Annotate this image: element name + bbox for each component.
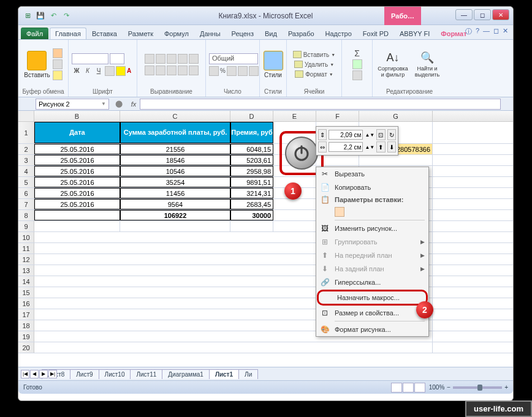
row-header[interactable]: 15 bbox=[18, 287, 34, 298]
cell[interactable]: 9564 bbox=[120, 199, 230, 209]
cell[interactable] bbox=[34, 221, 120, 231]
shape-width-input[interactable] bbox=[329, 142, 363, 152]
row-header[interactable]: 6 bbox=[18, 188, 34, 198]
percent-icon[interactable]: % bbox=[220, 67, 226, 74]
table-header[interactable]: Премия, руб bbox=[230, 122, 273, 143]
font-color-button[interactable]: A bbox=[127, 67, 131, 74]
mdi-close-icon[interactable]: ✕ bbox=[503, 27, 508, 36]
tab-file[interactable]: Файл bbox=[21, 28, 48, 39]
tab-formulas[interactable]: Формул bbox=[159, 28, 194, 39]
align-bottom-icon[interactable] bbox=[167, 54, 177, 64]
tab-layout[interactable]: Разметк bbox=[123, 28, 159, 39]
bring-forward-icon[interactable]: ⬆ bbox=[376, 141, 385, 152]
cell[interactable]: 6048,15 bbox=[230, 144, 273, 154]
autosum-icon[interactable]: Σ bbox=[354, 48, 360, 58]
spinner-icon[interactable]: ▲▼ bbox=[365, 132, 374, 138]
row-header[interactable]: 17 bbox=[18, 309, 34, 320]
send-backward-icon[interactable]: ⬇ bbox=[387, 141, 396, 152]
cell[interactable] bbox=[120, 221, 230, 231]
number-format-select[interactable]: Общий bbox=[209, 53, 258, 64]
row-header[interactable]: 3 bbox=[18, 155, 34, 165]
cell[interactable]: 25.05.2016 bbox=[34, 199, 120, 209]
view-pagebreak-icon[interactable] bbox=[414, 383, 425, 393]
cells-format-button[interactable]: Формат ▼ bbox=[295, 70, 333, 78]
align-middle-icon[interactable] bbox=[156, 54, 165, 64]
cell[interactable]: 25.05.2016 bbox=[34, 155, 120, 165]
cell[interactable]: 9891,51 bbox=[230, 177, 273, 187]
row-header[interactable]: 2 bbox=[18, 144, 34, 154]
italic-button[interactable]: К bbox=[83, 67, 93, 74]
cell[interactable]: 11456 bbox=[120, 188, 230, 198]
spinner-icon[interactable]: ▲▼ bbox=[365, 145, 374, 150]
cell[interactable] bbox=[273, 221, 316, 231]
col-header-b[interactable]: B bbox=[34, 111, 120, 121]
maximize-button[interactable]: ◻ bbox=[474, 9, 491, 20]
cut-icon[interactable] bbox=[53, 48, 63, 58]
find-select-button[interactable]: 🔍Найти и выделить bbox=[412, 51, 443, 78]
ctx-paste-option[interactable] bbox=[316, 205, 428, 219]
underline-button[interactable]: Ч bbox=[94, 67, 104, 74]
row-header[interactable]: 16 bbox=[18, 298, 34, 309]
undo-icon[interactable]: ↶ bbox=[48, 10, 59, 21]
sheet-tab[interactable]: Лист10 bbox=[99, 369, 131, 379]
view-layout-icon[interactable] bbox=[403, 383, 414, 393]
sort-filter-button[interactable]: A↓Сортировка и фильтр bbox=[376, 51, 409, 78]
font-size-select[interactable] bbox=[110, 53, 124, 64]
font-name-select[interactable] bbox=[72, 53, 108, 64]
fill-color-button[interactable] bbox=[116, 66, 126, 76]
save-icon[interactable]: 💾 bbox=[35, 10, 46, 21]
align-top-icon[interactable] bbox=[145, 54, 154, 64]
tab-addins[interactable]: Надстро bbox=[320, 28, 357, 39]
cell[interactable] bbox=[359, 155, 433, 165]
table-header[interactable]: Сумма заработной платы, руб. bbox=[120, 122, 230, 143]
ctx-cut[interactable]: ✂Вырезать bbox=[316, 167, 428, 181]
row-header[interactable]: 12 bbox=[18, 254, 34, 265]
col-header-e[interactable]: E bbox=[273, 111, 316, 121]
paste-button[interactable]: Вставить bbox=[24, 51, 50, 78]
ctx-size-properties[interactable]: ⊡Размер и свойства... bbox=[316, 306, 428, 320]
cell[interactable] bbox=[273, 199, 316, 209]
cell[interactable] bbox=[230, 221, 273, 231]
cell[interactable]: 25.05.2016 bbox=[34, 177, 120, 187]
cell[interactable]: 2683,45 bbox=[230, 199, 273, 209]
minimize-button[interactable]: — bbox=[455, 9, 473, 20]
cell[interactable]: 3214,31 bbox=[230, 188, 273, 198]
styles-button[interactable]: Стили bbox=[264, 51, 283, 78]
align-right-icon[interactable] bbox=[167, 66, 177, 75]
cell[interactable]: 18546 bbox=[120, 155, 230, 165]
merge-icon[interactable] bbox=[189, 66, 199, 75]
zoom-in-button[interactable]: + bbox=[504, 384, 508, 391]
crop-icon[interactable]: ⊡ bbox=[376, 129, 385, 140]
row-header[interactable]: 14 bbox=[18, 276, 34, 287]
col-header-d[interactable]: D bbox=[230, 111, 273, 121]
format-painter-icon[interactable] bbox=[53, 70, 63, 80]
mdi-restore-icon[interactable]: ◻ bbox=[493, 27, 499, 36]
sheet-nav-last-icon[interactable]: ▶| bbox=[48, 370, 57, 378]
tab-insert[interactable]: Вставка bbox=[86, 28, 123, 39]
redo-icon[interactable]: ↷ bbox=[61, 10, 72, 21]
shape-height-input[interactable] bbox=[329, 130, 363, 140]
ctx-change-picture[interactable]: 🖼Изменить рисунок... bbox=[316, 222, 428, 235]
sheet-nav-next-icon[interactable]: ▶ bbox=[39, 370, 48, 378]
close-button[interactable]: ✕ bbox=[492, 9, 509, 20]
rotate-icon[interactable]: ↻ bbox=[387, 129, 396, 140]
clear-icon[interactable] bbox=[352, 70, 362, 80]
cell[interactable]: 35254 bbox=[120, 177, 230, 187]
sheet-nav-first-icon[interactable]: |◀ bbox=[21, 370, 29, 378]
help-icon[interactable]: ? bbox=[476, 27, 479, 36]
cells-delete-button[interactable]: Удалить ▼ bbox=[294, 61, 334, 68]
copy-icon[interactable] bbox=[53, 59, 63, 69]
ctx-assign-macro[interactable]: Назначить макрос... bbox=[317, 290, 428, 306]
sheet-tab[interactable]: Лист11 bbox=[130, 369, 162, 379]
cell[interactable]: 5203,61 bbox=[230, 155, 273, 165]
cells-insert-button[interactable]: Вставить ▼ bbox=[293, 51, 335, 58]
row-header[interactable]: 9 bbox=[18, 221, 34, 231]
name-box[interactable]: Рисунок 2▼ bbox=[36, 99, 109, 110]
select-all-corner[interactable] bbox=[18, 111, 34, 121]
row-header[interactable]: 4 bbox=[18, 166, 34, 176]
cell[interactable] bbox=[34, 342, 433, 353]
tab-home[interactable]: Главная bbox=[50, 28, 86, 39]
cell[interactable] bbox=[34, 210, 120, 220]
col-header-c[interactable]: C bbox=[120, 111, 230, 121]
align-center-icon[interactable] bbox=[156, 66, 165, 75]
